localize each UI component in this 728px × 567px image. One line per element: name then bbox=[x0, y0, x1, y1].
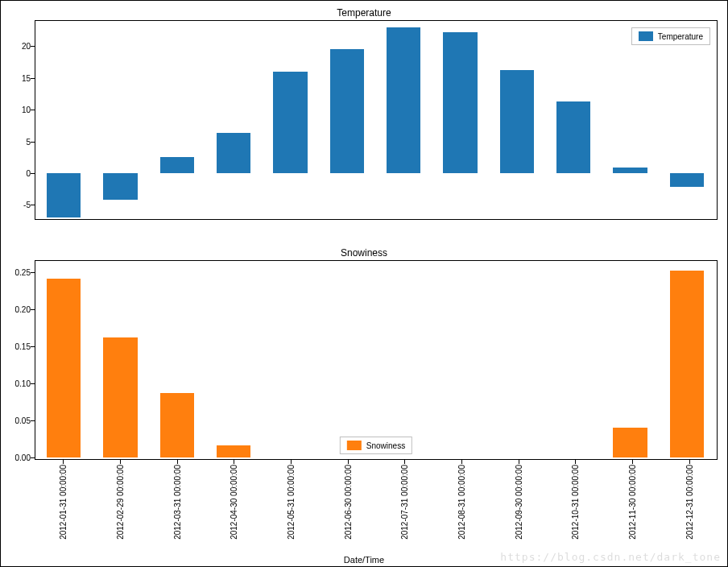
x-tick-label: 2012-05-31 00:00:00 bbox=[287, 465, 296, 540]
bar bbox=[670, 271, 704, 457]
x-tick-label: 2012-09-30 00:00:00 bbox=[515, 465, 523, 540]
x-tick bbox=[632, 460, 633, 464]
x-tick bbox=[234, 460, 234, 464]
x-axis: 2012-01-31 00:00:002012-02-29 00:00:0020… bbox=[35, 460, 718, 555]
bar bbox=[160, 393, 194, 457]
x-tick bbox=[348, 460, 349, 464]
chart-title-temperature: Temperature bbox=[1, 7, 727, 19]
bar bbox=[613, 428, 647, 457]
x-tick-label: 2012-03-31 00:00:00 bbox=[173, 465, 182, 540]
y-tick bbox=[31, 383, 35, 384]
y-tick-label: 10 bbox=[22, 106, 31, 114]
bar bbox=[160, 157, 194, 173]
watermark-text: https://blog.csdn.net/dark_tone bbox=[500, 551, 721, 563]
temperature-legend-label: Temperature bbox=[658, 32, 703, 41]
x-tick-label: 2012-01-31 00:00:00 bbox=[59, 465, 68, 540]
y-tick bbox=[31, 78, 35, 79]
y-tick-label: -5 bbox=[23, 201, 31, 209]
bar bbox=[217, 133, 250, 173]
temperature-swatch-icon bbox=[639, 31, 653, 41]
y-tick-label: 5 bbox=[26, 137, 31, 146]
y-tick bbox=[31, 173, 35, 174]
y-tick bbox=[31, 142, 35, 143]
bar bbox=[273, 72, 307, 173]
y-tick-label: 0.05 bbox=[15, 416, 31, 424]
x-tick bbox=[291, 460, 292, 464]
x-tick-label: 2012-11-30 00:00:00 bbox=[628, 465, 637, 540]
y-tick bbox=[31, 309, 35, 310]
bar bbox=[670, 173, 704, 187]
x-tick bbox=[575, 460, 576, 464]
x-tick bbox=[120, 460, 121, 464]
x-tick-label: 2012-06-30 00:00:00 bbox=[344, 465, 353, 540]
x-tick bbox=[404, 460, 405, 464]
x-tick bbox=[63, 460, 64, 464]
y-tick bbox=[31, 420, 35, 421]
bar bbox=[330, 49, 364, 173]
bar bbox=[556, 101, 590, 173]
y-tick bbox=[31, 46, 35, 47]
x-tick-label: 2012-04-30 00:00:00 bbox=[230, 465, 238, 540]
y-tick bbox=[31, 272, 35, 273]
x-tick-label: 2012-02-29 00:00:00 bbox=[116, 465, 125, 540]
bar bbox=[387, 27, 420, 173]
y-tick-label: 0.25 bbox=[15, 267, 31, 276]
x-tick-label: 2012-08-31 00:00:00 bbox=[457, 465, 466, 540]
x-tick-label: 2012-07-31 00:00:00 bbox=[400, 465, 409, 540]
bar bbox=[613, 168, 647, 173]
x-tick bbox=[461, 460, 462, 464]
snowiness-legend: Snowiness bbox=[340, 437, 412, 454]
y-tick-label: 20 bbox=[22, 42, 31, 51]
temperature-legend: Temperature bbox=[631, 27, 710, 45]
bar bbox=[500, 70, 534, 173]
bar bbox=[217, 445, 250, 457]
y-tick bbox=[31, 110, 35, 110]
x-tick bbox=[689, 460, 690, 464]
y-tick-label: 0.10 bbox=[15, 379, 31, 387]
chart-title-snowiness: Snowiness bbox=[1, 247, 727, 259]
temperature-panel: -505101520 Temperature bbox=[35, 20, 718, 220]
x-tick bbox=[519, 460, 519, 464]
snowiness-legend-label: Snowiness bbox=[366, 441, 405, 450]
bar bbox=[443, 32, 477, 173]
snowiness-panel: 0.000.050.100.150.200.25 Snowiness bbox=[35, 260, 718, 460]
y-tick bbox=[31, 205, 35, 205]
y-tick bbox=[31, 346, 35, 347]
figure: Temperature -505101520 Temperature Snowi… bbox=[0, 0, 728, 567]
bar bbox=[103, 173, 137, 200]
x-tick-label: 2012-10-31 00:00:00 bbox=[571, 465, 580, 540]
y-tick-label: 0 bbox=[26, 168, 31, 177]
snowiness-plot-area: 0.000.050.100.150.200.25 bbox=[35, 261, 717, 459]
bar bbox=[47, 173, 81, 217]
y-tick-label: 0.00 bbox=[15, 453, 31, 462]
bar bbox=[47, 279, 81, 457]
x-tick bbox=[177, 460, 178, 464]
snowiness-swatch-icon bbox=[347, 441, 362, 450]
y-tick-label: 15 bbox=[22, 73, 31, 82]
bar bbox=[103, 337, 137, 457]
temperature-plot-area: -505101520 bbox=[35, 21, 717, 219]
y-tick-label: 0.20 bbox=[15, 304, 31, 313]
x-tick-label: 2012-12-31 00:00:00 bbox=[685, 465, 694, 540]
y-tick-label: 0.15 bbox=[15, 341, 31, 350]
y-tick bbox=[31, 457, 35, 458]
